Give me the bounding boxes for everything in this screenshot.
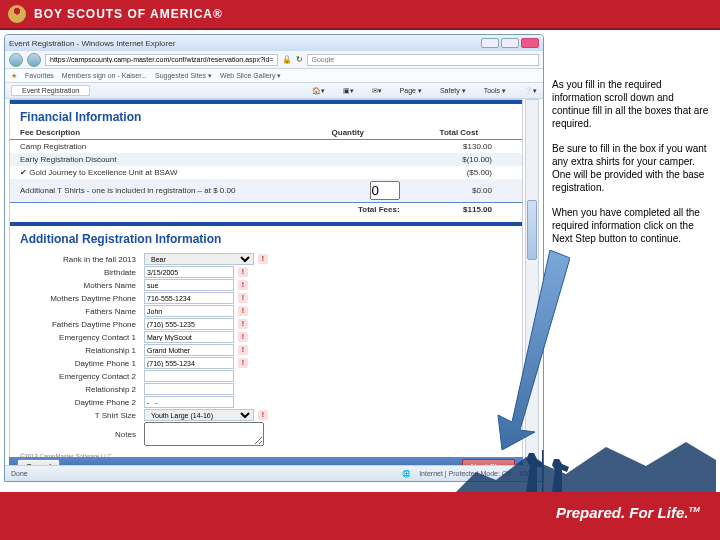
instruction-3: When you have completed all the required…: [552, 206, 712, 245]
form-row: Relationship 2: [20, 383, 512, 395]
field-label: T Shirt Size: [20, 411, 140, 420]
field-input[interactable]: Youth Large (14-16): [144, 409, 254, 421]
brand-header: BOY SCOUTS OF AMERICA®: [0, 0, 720, 30]
form-row: T Shirt SizeYouth Large (14-16)!: [20, 409, 512, 421]
field-label: Relationship 1: [20, 346, 140, 355]
home-icon[interactable]: 🏠▾: [312, 87, 325, 95]
form-row: Fathers Daytime Phone!: [20, 318, 512, 330]
field-input[interactable]: [144, 370, 234, 382]
financial-heading: Financial Information: [10, 104, 522, 126]
hikers-silhouette-icon: [456, 402, 716, 492]
form-row: Emergency Contact 1!: [20, 331, 512, 343]
brand-name: BOY SCOUTS OF AMERICA®: [34, 7, 223, 21]
address-bar: 🔒 ↻: [5, 51, 543, 69]
table-row: Early Registration Discount$(10.00): [10, 153, 522, 166]
field-input[interactable]: Bear: [144, 253, 254, 265]
toolbar-tools[interactable]: Tools ▾: [484, 87, 506, 95]
form-row: Emergency Contact 2: [20, 370, 512, 382]
form-row: Mothers Daytime Phone!: [20, 292, 512, 304]
table-row: Additional T Shirts - one is included in…: [10, 179, 522, 203]
field-input[interactable]: [144, 279, 234, 291]
url-input[interactable]: [45, 54, 278, 66]
field-label: Emergency Contact 2: [20, 372, 140, 381]
toolbar-safety[interactable]: Safety ▾: [440, 87, 466, 95]
form-row: Relationship 1!: [20, 344, 512, 356]
field-label: Mothers Name: [20, 281, 140, 290]
required-icon: !: [238, 293, 248, 303]
svg-rect-1: [542, 450, 544, 492]
field-input[interactable]: [144, 331, 234, 343]
fav-link[interactable]: Members sign on - Kaiser...: [62, 72, 147, 79]
required-icon: !: [238, 319, 248, 329]
field-label: Daytime Phone 2: [20, 398, 140, 407]
required-icon: !: [258, 254, 268, 264]
help-icon[interactable]: ❔▾: [524, 87, 537, 95]
field-input[interactable]: [144, 266, 234, 278]
browser-tab[interactable]: Event Registration: [11, 85, 90, 96]
col-cost: Total Cost: [430, 126, 522, 140]
field-label: Notes: [20, 430, 140, 439]
form-row: Fathers Name!: [20, 305, 512, 317]
form-row: Notes: [20, 422, 512, 446]
favorites-label: Favorites: [25, 72, 54, 79]
feed-icon[interactable]: ▣▾: [343, 87, 354, 95]
field-label: Daytime Phone 1: [20, 359, 140, 368]
field-input[interactable]: [144, 357, 234, 369]
table-row: Camp Registration$130.00: [10, 140, 522, 154]
addl-heading: Additional Registration Information: [10, 226, 522, 248]
instruction-2: Be sure to fill in the box if you want a…: [552, 142, 712, 194]
back-icon[interactable]: [9, 53, 23, 67]
field-label: Relationship 2: [20, 385, 140, 394]
instruction-1: As you fill in the required information …: [552, 78, 712, 130]
required-icon: !: [238, 267, 248, 277]
required-icon: !: [238, 345, 248, 355]
globe-icon: 🌐: [402, 470, 411, 478]
field-input[interactable]: [144, 305, 234, 317]
favorites-bar: ★ Favorites Members sign on - Kaiser... …: [5, 69, 543, 83]
required-icon: !: [238, 358, 248, 368]
registration-form: Rank in the fall 2013Bear!Birthdate!Moth…: [10, 248, 522, 451]
field-label: Fathers Name: [20, 307, 140, 316]
tab-toolbar: Event Registration 🏠▾ ▣▾ ✉▾ Page ▾ Safet…: [5, 83, 543, 99]
field-input[interactable]: [144, 383, 234, 395]
table-row: ✔ Gold Journey to Excellence Unit at BSA…: [10, 166, 522, 179]
field-input[interactable]: [144, 422, 264, 446]
search-input[interactable]: [307, 54, 540, 66]
field-input[interactable]: [144, 344, 234, 356]
minimize-icon[interactable]: [481, 38, 499, 48]
field-label: Mothers Daytime Phone: [20, 294, 140, 303]
form-row: Rank in the fall 2013Bear!: [20, 253, 512, 265]
required-icon: !: [238, 280, 248, 290]
window-titlebar: Event Registration - Windows Internet Ex…: [5, 35, 543, 51]
col-qty: Quantity: [322, 126, 430, 140]
maximize-icon[interactable]: [501, 38, 519, 48]
field-label: Rank in the fall 2013: [20, 255, 140, 264]
page-content: Financial Information Fee Description Qu…: [9, 99, 523, 461]
status-left: Done: [11, 470, 28, 477]
window-title: Event Registration - Windows Internet Ex…: [9, 39, 481, 48]
qty-input[interactable]: [370, 181, 400, 200]
instruction-panel: As you fill in the required information …: [552, 78, 712, 257]
field-label: Birthdate: [20, 268, 140, 277]
form-row: Daytime Phone 1!: [20, 357, 512, 369]
form-row: Daytime Phone 2: [20, 396, 512, 408]
total-row: Total Fees:$115.00: [10, 203, 522, 217]
forward-icon[interactable]: [27, 53, 41, 67]
close-icon[interactable]: [521, 38, 539, 48]
brand-footer: Prepared. For Life.TM: [0, 492, 720, 540]
field-input[interactable]: [144, 318, 234, 330]
refresh-icon[interactable]: ↻: [296, 55, 303, 64]
field-label: Fathers Daytime Phone: [20, 320, 140, 329]
bsa-logo-icon: [8, 5, 26, 23]
field-input[interactable]: [144, 292, 234, 304]
toolbar-page[interactable]: Page ▾: [400, 87, 422, 95]
favorites-star-icon[interactable]: ★: [11, 72, 17, 80]
scroll-thumb[interactable]: [527, 200, 537, 260]
field-input[interactable]: [144, 396, 234, 408]
mail-icon[interactable]: ✉▾: [372, 87, 382, 95]
fav-link[interactable]: Suggested Sites ▾: [155, 72, 212, 80]
tagline: Prepared. For Life.TM: [556, 504, 700, 521]
ssl-lock-icon: 🔒: [282, 55, 292, 64]
fav-link[interactable]: Web Slice Gallery ▾: [220, 72, 281, 80]
fees-table: Fee Description Quantity Total Cost Camp…: [10, 126, 522, 216]
